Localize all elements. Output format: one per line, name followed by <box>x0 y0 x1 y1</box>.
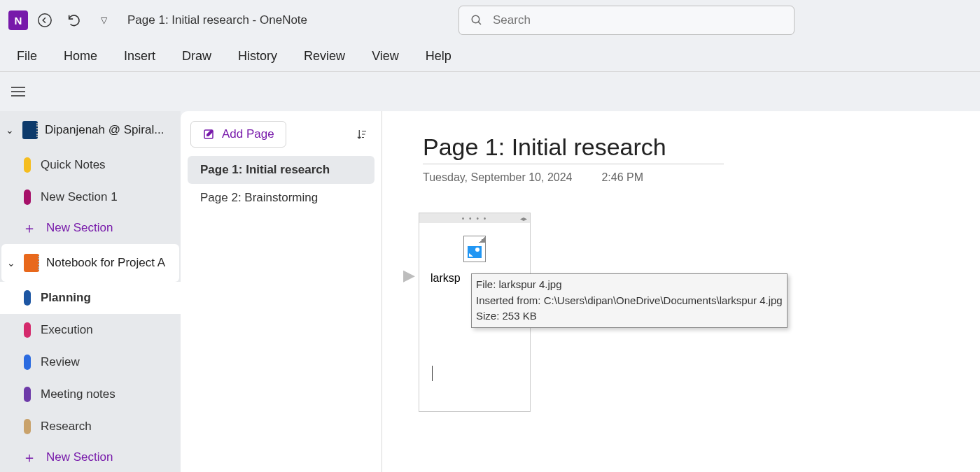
section-meeting-notes[interactable]: Meeting notes <box>0 378 181 410</box>
hamburger-toggle[interactable] <box>7 80 29 103</box>
section-review[interactable]: Review <box>0 346 181 378</box>
section-label: Quick Notes <box>41 158 106 172</box>
menu-insert[interactable]: Insert <box>121 45 158 68</box>
page-time: 2:46 PM <box>601 171 643 184</box>
notebooks-sidebar: ⌄ Dipanjenah @ Spiral... Quick Notes New… <box>0 111 181 472</box>
sort-pages-button[interactable] <box>352 124 372 144</box>
section-color-icon <box>24 290 31 306</box>
notebook-icon <box>22 121 38 139</box>
section-label: New Section 1 <box>41 190 118 204</box>
menu-help[interactable]: Help <box>423 45 454 68</box>
menu-review[interactable]: Review <box>301 45 348 68</box>
menu-view[interactable]: View <box>369 45 402 68</box>
quick-access-dropdown[interactable]: ▽ <box>91 8 116 33</box>
text-cursor <box>432 366 433 381</box>
window-title: Page 1: Initial research - OneNote <box>127 13 307 27</box>
section-color-icon <box>24 157 31 173</box>
notebook-label: Dipanjenah @ Spiral... <box>45 123 175 137</box>
section-quick-notes[interactable]: Quick Notes <box>0 149 181 181</box>
new-section-button[interactable]: ＋ New Section <box>0 443 181 472</box>
file-attachment-icon[interactable] <box>463 236 486 262</box>
section-color-icon <box>24 322 31 338</box>
notebook-label: Notebook for Project A <box>46 256 174 270</box>
notebook-row[interactable]: ⌄ Notebook for Project A <box>1 244 179 282</box>
menu-bar: File Home Insert Draw History Review Vie… <box>0 41 980 72</box>
page-list-item[interactable]: Page 1: Initial research <box>188 156 374 184</box>
undo-button[interactable] <box>62 8 87 33</box>
menu-file[interactable]: File <box>14 45 40 68</box>
pages-pane: Add Page Page 1: Initial research Page 2… <box>181 111 382 472</box>
section-label: Research <box>41 420 92 434</box>
plus-icon: ＋ <box>22 448 36 467</box>
add-page-icon <box>202 128 215 141</box>
insert-marker-icon: ▶ <box>403 266 415 285</box>
chevron-down-icon: ⌄ <box>6 124 15 136</box>
notebook-row[interactable]: ⌄ Dipanjenah @ Spiral... <box>0 111 181 149</box>
sort-icon <box>356 128 368 141</box>
menu-history[interactable]: History <box>235 45 280 68</box>
chevron-down-icon: ⌄ <box>7 257 17 269</box>
note-container-handle[interactable]: • • • • ◂▸ <box>419 213 530 223</box>
svg-point-1 <box>472 15 479 23</box>
section-planning[interactable]: Planning <box>0 282 181 314</box>
menu-home[interactable]: Home <box>61 45 100 68</box>
section-label: Execution <box>41 323 93 337</box>
page-list-item[interactable]: Page 2: Brainstorming <box>188 184 374 212</box>
section-label: Planning <box>41 291 91 305</box>
app-logo-icon: N <box>8 10 28 30</box>
back-button[interactable] <box>32 8 57 33</box>
section-color-icon <box>24 355 31 370</box>
section-label: Review <box>41 355 80 369</box>
search-box[interactable] <box>458 6 794 35</box>
title-underline <box>423 164 724 164</box>
page-date: Tuesday, September 10, 2024 <box>423 171 572 184</box>
search-input[interactable] <box>493 13 783 27</box>
section-new-section-1[interactable]: New Section 1 <box>0 181 181 213</box>
section-research[interactable]: Research <box>0 410 181 443</box>
note-canvas[interactable]: Page 1: Initial research Tuesday, Septem… <box>382 111 980 472</box>
section-execution[interactable]: Execution <box>0 314 181 346</box>
menu-draw[interactable]: Draw <box>179 45 214 68</box>
new-section-button[interactable]: ＋ New Section <box>0 213 181 243</box>
search-icon <box>470 14 483 27</box>
section-color-icon <box>24 189 31 205</box>
section-color-icon <box>24 419 31 434</box>
svg-line-2 <box>478 22 481 24</box>
section-label: Meeting notes <box>41 387 115 401</box>
notebook-icon <box>24 254 39 272</box>
svg-point-0 <box>38 14 51 27</box>
file-tooltip: File: larkspur 4.jpg Inserted from: C:\U… <box>471 273 788 328</box>
page-title[interactable]: Page 1: Initial research <box>423 134 939 161</box>
plus-icon: ＋ <box>22 219 36 238</box>
add-page-button[interactable]: Add Page <box>190 121 286 148</box>
section-color-icon <box>24 387 31 402</box>
